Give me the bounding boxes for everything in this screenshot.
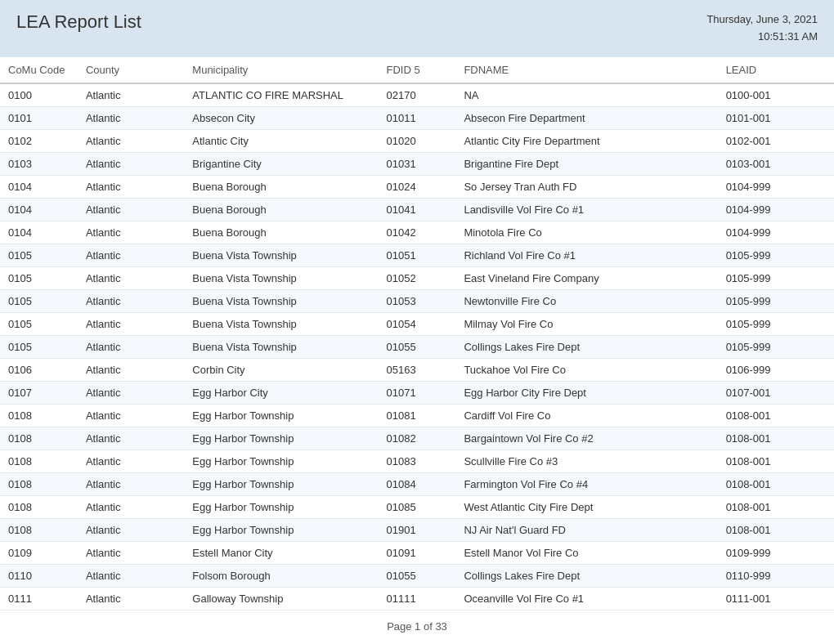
- header-time: 10:51:31 AM: [706, 29, 818, 46]
- cell-county: Atlantic: [78, 83, 184, 107]
- cell-comu: 0107: [0, 381, 78, 404]
- cell-fdid: 01024: [379, 175, 456, 198]
- table-row: 0108AtlanticEgg Harbor Township01083Scul…: [0, 449, 834, 472]
- table-row: 0105AtlanticBuena Vista Township01055Col…: [0, 335, 834, 358]
- cell-fdid: 01031: [379, 152, 456, 175]
- cell-comu: 0101: [0, 106, 78, 129]
- cell-fdid: 01020: [379, 129, 456, 152]
- cell-municipality: Buena Vista Township: [184, 244, 378, 266]
- cell-leaid: 0101-001: [718, 106, 834, 129]
- header-date: Thursday, June 3, 2021: [706, 11, 818, 29]
- cell-fdname: NA: [455, 83, 717, 107]
- cell-fdname: Landisville Vol Fire Co #1: [455, 198, 717, 221]
- cell-fdid: 01901: [379, 518, 456, 541]
- cell-leaid: 0104-999: [718, 175, 834, 198]
- cell-county: Atlantic: [78, 564, 184, 587]
- cell-municipality: Egg Harbor Township: [184, 449, 378, 472]
- cell-municipality: Egg Harbor Township: [184, 404, 378, 427]
- page-title: LEA Report List: [16, 11, 141, 33]
- cell-fdname: Newtonville Fire Co: [455, 289, 717, 312]
- cell-comu: 0108: [0, 472, 78, 495]
- table-row: 0105AtlanticBuena Vista Township01052Eas…: [0, 266, 834, 289]
- header-datetime: Thursday, June 3, 2021 10:51:31 AM: [706, 11, 818, 46]
- cell-fdname: East Vineland Fire Company: [455, 266, 717, 289]
- table-row: 0101AtlanticAbsecon City01011Absecon Fir…: [0, 106, 834, 129]
- cell-leaid: 0108-001: [718, 449, 834, 472]
- col-header-leaid: LEAID: [718, 57, 834, 83]
- cell-leaid: 0111-001: [718, 587, 834, 610]
- cell-fdname: Oceanville Vol Fire Co #1: [455, 587, 717, 610]
- cell-county: Atlantic: [78, 381, 184, 404]
- cell-county: Atlantic: [78, 472, 184, 495]
- cell-fdname: Minotola Fire Co: [455, 221, 717, 244]
- cell-leaid: 0104-999: [718, 221, 834, 244]
- cell-fdid: 01082: [379, 427, 456, 449]
- cell-county: Atlantic: [78, 244, 184, 266]
- cell-municipality: Buena Vista Township: [184, 289, 378, 312]
- cell-leaid: 0108-001: [718, 427, 834, 449]
- table-row: 0100AtlanticATLANTIC CO FIRE MARSHAL0217…: [0, 83, 834, 107]
- cell-comu: 0111: [0, 587, 78, 610]
- table-row: 0108AtlanticEgg Harbor Township01085West…: [0, 495, 834, 518]
- table-row: 0104AtlanticBuena Borough01041Landisvill…: [0, 198, 834, 221]
- cell-municipality: Brigantine City: [184, 152, 378, 175]
- cell-county: Atlantic: [78, 152, 184, 175]
- cell-municipality: Egg Harbor Township: [184, 427, 378, 449]
- cell-comu: 0108: [0, 404, 78, 427]
- table-row: 0110AtlanticFolsom Borough01055Collings …: [0, 564, 834, 587]
- cell-county: Atlantic: [78, 175, 184, 198]
- cell-comu: 0100: [0, 83, 78, 107]
- cell-fdid: 01081: [379, 404, 456, 427]
- cell-municipality: Egg Harbor Township: [184, 472, 378, 495]
- col-header-municipality: Municipality: [184, 57, 378, 83]
- cell-municipality: Buena Vista Township: [184, 266, 378, 289]
- cell-leaid: 0106-999: [718, 358, 834, 381]
- cell-comu: 0105: [0, 312, 78, 335]
- cell-fdname: Scullville Fire Co #3: [455, 449, 717, 472]
- cell-comu: 0105: [0, 289, 78, 312]
- table-row: 0111AtlanticGalloway Township01111Oceanv…: [0, 587, 834, 610]
- cell-municipality: Corbin City: [184, 358, 378, 381]
- cell-leaid: 0105-999: [718, 312, 834, 335]
- cell-fdid: 01053: [379, 289, 456, 312]
- cell-fdname: Collings Lakes Fire Dept: [455, 335, 717, 358]
- cell-county: Atlantic: [78, 266, 184, 289]
- cell-fdid: 01051: [379, 244, 456, 266]
- cell-county: Atlantic: [78, 221, 184, 244]
- cell-comu: 0110: [0, 564, 78, 587]
- cell-comu: 0105: [0, 335, 78, 358]
- cell-leaid: 0105-999: [718, 266, 834, 289]
- cell-county: Atlantic: [78, 335, 184, 358]
- cell-leaid: 0104-999: [718, 198, 834, 221]
- cell-fdid: 01055: [379, 564, 456, 587]
- table-row: 0108AtlanticEgg Harbor Township01901NJ A…: [0, 518, 834, 541]
- table-row: 0108AtlanticEgg Harbor Township01081Card…: [0, 404, 834, 427]
- col-header-comu: CoMu Code: [0, 57, 78, 83]
- cell-leaid: 0108-001: [718, 404, 834, 427]
- cell-fdname: Absecon Fire Department: [455, 106, 717, 129]
- cell-leaid: 0108-001: [718, 495, 834, 518]
- cell-comu: 0108: [0, 495, 78, 518]
- cell-fdname: Farmington Vol Fire Co #4: [455, 472, 717, 495]
- cell-fdname: Estell Manor Vol Fire Co: [455, 541, 717, 564]
- cell-fdname: Milmay Vol Fire Co: [455, 312, 717, 335]
- cell-comu: 0105: [0, 266, 78, 289]
- cell-county: Atlantic: [78, 129, 184, 152]
- cell-leaid: 0108-001: [718, 472, 834, 495]
- cell-fdname: Egg Harbor City Fire Dept: [455, 381, 717, 404]
- cell-leaid: 0105-999: [718, 289, 834, 312]
- cell-leaid: 0100-001: [718, 83, 834, 107]
- cell-fdid: 01042: [379, 221, 456, 244]
- cell-fdid: 01054: [379, 312, 456, 335]
- cell-county: Atlantic: [78, 312, 184, 335]
- cell-municipality: Buena Borough: [184, 221, 378, 244]
- cell-fdname: So Jersey Tran Auth FD: [455, 175, 717, 198]
- cell-municipality: Egg Harbor City: [184, 381, 378, 404]
- cell-municipality: Folsom Borough: [184, 564, 378, 587]
- cell-leaid: 0109-999: [718, 541, 834, 564]
- cell-fdname: Atlantic City Fire Department: [455, 129, 717, 152]
- cell-comu: 0104: [0, 175, 78, 198]
- cell-fdid: 01055: [379, 335, 456, 358]
- table-row: 0104AtlanticBuena Borough01024So Jersey …: [0, 175, 834, 198]
- col-header-county: County: [78, 57, 184, 83]
